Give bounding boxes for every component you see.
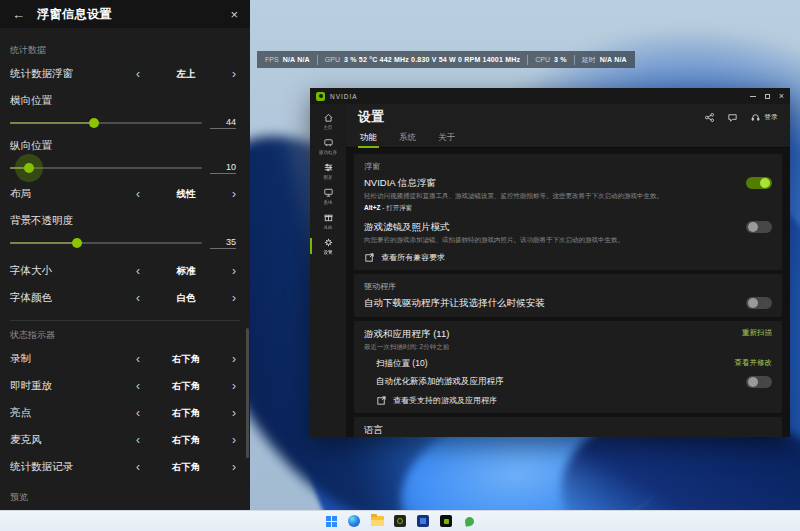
game-filter-desc: 向您兼容的游戏添加滤镜、或拍摄独特的游戏内照片。该功能将于下次启动的游戏中生效。 xyxy=(364,236,736,245)
close-icon[interactable]: × xyxy=(230,7,238,22)
highlights-row: 亮点 ‹ 右下角 › xyxy=(10,403,236,423)
supported-games-link[interactable]: 查看受支持的游戏及应用程序 xyxy=(376,395,772,406)
taskbar-store-app-icon[interactable] xyxy=(416,514,430,528)
feedback-button[interactable] xyxy=(727,112,738,123)
share-button[interactable] xyxy=(704,112,715,123)
divider xyxy=(317,55,318,65)
taskbar-file-explorer-icon[interactable] xyxy=(370,514,384,528)
taskbar-edge-icon[interactable] xyxy=(347,514,361,528)
bg-opacity-slider[interactable] xyxy=(10,242,202,244)
overlay-position-label: 统计数据浮窗 xyxy=(10,67,136,81)
chevron-right-icon[interactable]: › xyxy=(232,292,236,304)
font-color-label: 字体颜色 xyxy=(10,291,136,305)
chevron-right-icon[interactable]: › xyxy=(232,407,236,419)
compat-requirements-link[interactable]: 查看所有兼容要求 xyxy=(364,252,772,263)
chevron-right-icon[interactable]: › xyxy=(232,68,236,80)
link-label: 查看所有兼容要求 xyxy=(381,252,445,263)
overlay-section-card: 浮窗 NVIDIA 信息浮窗 轻松访问视频捕捉和直播工具、游戏滤镜设置、监控性能… xyxy=(354,154,782,270)
taskbar-nvidia-overlay-icon[interactable] xyxy=(439,514,453,528)
auto-download-row: 自动下载驱动程序并让我选择什么时候安装 xyxy=(364,297,772,310)
gpu-label: GPU xyxy=(325,56,340,63)
font-size-row: 字体大小 ‹ 标准 › xyxy=(10,261,236,281)
instant-replay-row: 即时重放 ‹ 右下角 › xyxy=(10,376,236,396)
record-value: 右下角 xyxy=(172,353,201,366)
chevron-left-icon[interactable]: ‹ xyxy=(136,434,140,446)
driver-section-card: 驱动程序 自动下载驱动程序并让我选择什么时候安装 xyxy=(354,274,782,317)
start-button[interactable] xyxy=(324,514,338,528)
sidebar-item-settings[interactable]: 设置 xyxy=(310,235,346,257)
nvidia-app-window: NVIDIA × 主页 驱动程序 xyxy=(310,88,790,437)
taskbar-nvidia-app-icon[interactable] xyxy=(393,514,407,528)
game-filter-toggle[interactable] xyxy=(746,221,772,233)
maximize-icon[interactable] xyxy=(765,94,770,99)
chevron-right-icon[interactable]: › xyxy=(232,461,236,473)
tab-features[interactable]: 功能 xyxy=(360,132,377,148)
stats-log-label: 统计数据记录 xyxy=(10,460,136,474)
window-titlebar[interactable]: NVIDIA × xyxy=(310,88,790,104)
rescan-link[interactable]: 重新扫描 xyxy=(742,328,772,338)
chevron-right-icon[interactable]: › xyxy=(232,380,236,392)
login-button[interactable]: 登录 xyxy=(750,112,778,123)
review-edit-link[interactable]: 查看并修改 xyxy=(735,358,773,368)
horizontal-position-slider[interactable] xyxy=(10,122,202,124)
external-link-icon xyxy=(364,252,375,263)
tab-system[interactable]: 系统 xyxy=(399,132,416,148)
settings-content: 浮窗 NVIDIA 信息浮窗 轻松访问视频捕捉和直播工具、游戏滤镜设置、监控性能… xyxy=(346,148,790,437)
chevron-left-icon[interactable]: ‹ xyxy=(136,265,140,277)
window-close-icon[interactable]: × xyxy=(779,92,784,101)
gpu-value: 3 % 52 °C 442 MHz 0.830 V 54 W 0 RPM 140… xyxy=(344,56,520,63)
sidebar-item-system[interactable]: 系统 xyxy=(310,185,346,207)
bg-opacity-label: 背景不透明度 xyxy=(10,214,236,228)
taskbar-sprout-app-icon[interactable] xyxy=(462,514,476,528)
microphone-value: 右下角 xyxy=(172,434,201,447)
info-overlay-toggle[interactable] xyxy=(746,177,772,189)
chevron-left-icon[interactable]: ‹ xyxy=(136,407,140,419)
slider-knob[interactable] xyxy=(24,163,34,173)
overlay-position-row: 统计数据浮窗 ‹ 左上 › xyxy=(10,64,236,84)
shortcut-key: Alt+Z xyxy=(364,204,380,211)
games-apps-row: 游戏和应用程序 (11) 最近一次扫描时间: 2分钟之前 重新扫描 xyxy=(364,328,772,352)
chevron-right-icon[interactable]: › xyxy=(232,353,236,365)
auto-download-toggle[interactable] xyxy=(746,297,772,309)
vertical-position-label: 纵向位置 xyxy=(10,139,236,153)
chevron-right-icon[interactable]: › xyxy=(232,265,236,277)
chevron-right-icon[interactable]: › xyxy=(232,434,236,446)
chevron-left-icon[interactable]: ‹ xyxy=(136,461,140,473)
chevron-left-icon[interactable]: ‹ xyxy=(136,380,140,392)
home-icon xyxy=(323,112,334,123)
login-label: 登录 xyxy=(764,112,778,122)
bg-opacity-value[interactable]: 35 xyxy=(210,237,236,249)
auto-optimize-toggle[interactable] xyxy=(746,376,772,388)
vertical-position-slider[interactable] xyxy=(10,167,202,169)
vertical-position-value[interactable]: 10 xyxy=(210,162,236,174)
sidebar-item-home[interactable]: 主页 xyxy=(310,110,346,132)
font-color-row: 字体颜色 ‹ 白色 › xyxy=(10,288,236,308)
chevron-right-icon[interactable]: › xyxy=(232,188,236,200)
games-apps-title: 游戏和应用程序 (11) xyxy=(364,328,732,341)
divider xyxy=(527,55,528,65)
sidebar-item-redeem[interactable]: 兑换 xyxy=(310,210,346,232)
link-label: 查看受支持的游戏及应用程序 xyxy=(393,395,497,406)
layout-label: 布局 xyxy=(10,187,136,201)
chevron-left-icon[interactable]: ‹ xyxy=(136,292,140,304)
tab-about[interactable]: 关于 xyxy=(438,132,455,148)
slider-knob[interactable] xyxy=(72,238,82,248)
horizontal-position-value[interactable]: 44 xyxy=(210,117,236,129)
chevron-left-icon[interactable]: ‹ xyxy=(136,68,140,80)
font-size-label: 字体大小 xyxy=(10,264,136,278)
external-link-icon xyxy=(376,395,387,406)
chevron-left-icon[interactable]: ‹ xyxy=(136,353,140,365)
minimize-icon[interactable] xyxy=(750,96,756,97)
slider-knob[interactable] xyxy=(89,118,99,128)
sidebar-item-graphics[interactable]: 图形 xyxy=(310,160,346,182)
chevron-left-icon[interactable]: ‹ xyxy=(136,188,140,200)
back-icon[interactable]: ← xyxy=(12,7,25,22)
page-title: 设置 xyxy=(358,108,704,126)
panel-header: ← 浮窗信息设置 × xyxy=(0,0,250,28)
driver-section-label: 驱动程序 xyxy=(364,281,772,292)
section-indicators-label: 状态指示器 xyxy=(10,329,236,342)
gear-icon xyxy=(323,237,334,248)
performance-overlay-bar: FPS N/A N/A GPU 3 % 52 °C 442 MHz 0.830 … xyxy=(257,51,635,68)
sidebar-item-drivers[interactable]: 驱动程序 xyxy=(310,135,346,157)
panel-scrollbar[interactable] xyxy=(246,328,249,458)
